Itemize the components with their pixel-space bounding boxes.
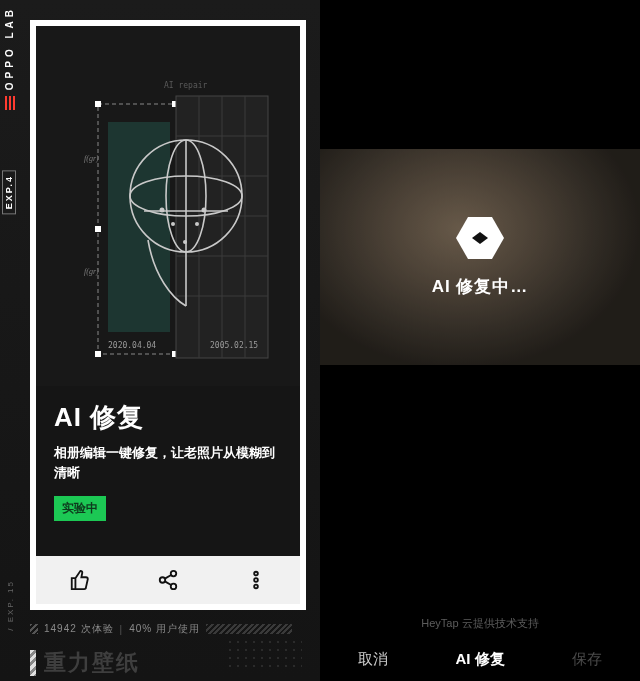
- hexagon-icon: [456, 217, 504, 259]
- status-badge: 实验中: [54, 496, 106, 521]
- experiment-card[interactable]: AI repair: [30, 20, 306, 610]
- apply-ai-repair-button[interactable]: AI 修复: [427, 650, 534, 669]
- powered-by-label: HeyTap 云提供技术支持: [320, 616, 640, 631]
- ai-repair-panel: AI 修复中… HeyTap 云提供技术支持 取消 AI 修复 保存: [320, 0, 640, 681]
- svg-text:2020.04.04: 2020.04.04: [108, 341, 156, 350]
- svg-text:f(gr): f(gr): [84, 267, 99, 276]
- svg-point-28: [195, 222, 199, 226]
- card-illustration: AI repair: [36, 26, 300, 386]
- share-button[interactable]: [138, 556, 198, 604]
- more-button[interactable]: [226, 556, 286, 604]
- card-title: AI 修复: [54, 400, 282, 435]
- bottom-action-bar: 取消 AI 修复 保存: [320, 637, 640, 681]
- illu-label: AI repair: [164, 81, 208, 90]
- svg-point-40: [254, 578, 258, 582]
- experiment-side-label: / EXP. 15: [6, 580, 15, 631]
- photo-stage: AI 修复中…: [320, 149, 640, 365]
- svg-point-35: [160, 577, 166, 583]
- svg-rect-2: [95, 101, 101, 107]
- more-vertical-icon: [245, 569, 267, 591]
- like-button[interactable]: [50, 556, 110, 604]
- stripe-marker-icon: [30, 650, 36, 676]
- svg-point-34: [171, 571, 177, 577]
- loading-overlay: AI 修复中…: [320, 149, 640, 365]
- cancel-button[interactable]: 取消: [320, 650, 427, 669]
- experiment-chip: EXP.4: [2, 170, 16, 214]
- svg-point-25: [160, 208, 165, 213]
- loading-text: AI 修复中…: [432, 275, 529, 298]
- svg-line-37: [165, 575, 171, 579]
- dots-decoration-icon: [226, 638, 302, 672]
- svg-point-27: [171, 222, 175, 226]
- save-button[interactable]: 保存: [533, 650, 640, 669]
- svg-point-36: [171, 584, 177, 590]
- stripe-decoration-icon: [30, 624, 38, 634]
- svg-text:2005.02.15: 2005.02.15: [210, 341, 258, 350]
- thumbs-up-icon: [69, 569, 91, 591]
- next-card-header: 重力壁纸: [30, 648, 140, 678]
- svg-point-41: [254, 585, 258, 589]
- stats-separator: |: [120, 624, 124, 635]
- stats-plays: 14942 次体验: [44, 622, 114, 636]
- svg-line-38: [165, 581, 171, 585]
- side-rail: OPPO LAB: [4, 6, 15, 110]
- svg-rect-7: [95, 351, 101, 357]
- svg-point-29: [183, 240, 187, 244]
- stats-users: 40% 用户使用: [129, 622, 200, 636]
- card-subtitle: 相册编辑一键修复，让老照片从模糊到清晰: [54, 443, 282, 482]
- share-icon: [157, 569, 179, 591]
- brand-accent-icon: [5, 96, 15, 110]
- svg-point-26: [202, 208, 207, 213]
- card-action-bar: [36, 556, 300, 604]
- next-card-title: 重力壁纸: [44, 648, 140, 678]
- card-body: AI 修复 相册编辑一键修复，让老照片从模糊到清晰 实验中: [36, 386, 300, 556]
- svg-text:f(gr): f(gr): [84, 154, 99, 163]
- svg-rect-5: [95, 226, 101, 232]
- oppo-lab-panel: OPPO LAB EXP.4 / EXP. 15 AI repair: [0, 0, 320, 681]
- stats-bar: 14942 次体验 | 40% 用户使用: [30, 622, 306, 636]
- stripe-decoration-icon: [206, 624, 292, 634]
- svg-point-39: [254, 572, 258, 576]
- brand-logo: OPPO LAB: [4, 6, 15, 90]
